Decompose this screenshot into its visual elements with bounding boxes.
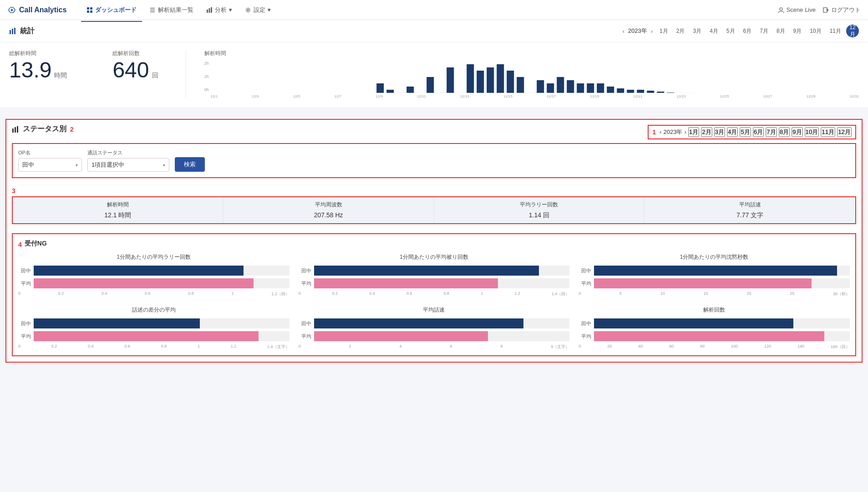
app-logo: Call Analytics: [7, 5, 66, 15]
svg-rect-3: [90, 10, 92, 13]
status-filter-select[interactable]: 1項目選択中 ▾: [87, 158, 169, 172]
status-month-5[interactable]: 5月: [740, 127, 751, 137]
month-btn-5[interactable]: 5月: [723, 26, 738, 36]
svg-rect-41: [657, 92, 664, 93]
top-month-nav: ‹ 2023年 › 1月 2月 3月 4月 5月 6月 7月 8月 9月 10月…: [620, 25, 859, 37]
h-bar-fill-tanaka-3: [594, 266, 837, 276]
chart-silence-rate-bars: 田中 平均: [579, 266, 850, 297]
h-bar-fill-tanaka-1: [34, 266, 244, 276]
status-month-3[interactable]: 3月: [714, 127, 725, 137]
status-month-11[interactable]: 11月: [821, 127, 835, 137]
chart-speech-diff-title: 話述の差分の平均: [18, 306, 289, 314]
month-btn-6[interactable]: 6月: [740, 26, 755, 36]
h-bar-fill-avg-5: [314, 331, 488, 341]
month-btn-11[interactable]: 11月: [827, 26, 844, 36]
total-analysis-count-label: 総解析回数: [112, 50, 158, 57]
user-info: Scene Live: [778, 6, 816, 13]
nav-analysis-label: 分析: [215, 6, 227, 14]
nav-dashboard[interactable]: ダッシュボード: [81, 3, 142, 17]
year-next-arrow[interactable]: ›: [649, 27, 655, 36]
h-bar-track-avg-4: [34, 331, 289, 341]
chart-speech-diff-bars: 田中 平均: [18, 318, 289, 350]
h-bar-track-avg-3: [594, 278, 850, 288]
chart-silence-rate-title: 1分間あたりの平均沈黙秒数: [579, 253, 850, 261]
ng-label: 受付NG: [25, 240, 47, 248]
month-btn-7[interactable]: 7月: [756, 26, 772, 36]
analysis-time-chart-section: 解析時間 2h1h0h: [186, 50, 859, 98]
svg-rect-29: [537, 80, 544, 93]
chart-grid: 1分間あたりの平均ラリー回数 田中 平均: [18, 253, 850, 350]
nav-settings-label: 設定: [254, 6, 265, 14]
svg-rect-0: [87, 7, 89, 10]
chart-x-axis: 12/112/312/512/712/9 12/1112/1312/1512/1…: [211, 94, 859, 98]
status-month-8[interactable]: 8月: [779, 127, 790, 137]
h-bar-label-tanaka-4: 田中: [18, 320, 31, 327]
status-year-prev[interactable]: ‹: [660, 128, 661, 135]
section-num-1: 1: [652, 128, 656, 136]
status-month-1[interactable]: 1月: [688, 127, 699, 137]
metrics-row: 解析時間 12.1 時間 平均周波数 207.58 Hz 平均ラリー回数 1.1…: [12, 196, 856, 224]
h-bar-label-tanaka-6: 田中: [579, 320, 591, 327]
status-month-9[interactable]: 9月: [792, 127, 802, 137]
svg-rect-27: [517, 77, 524, 93]
status-month-4[interactable]: 4月: [727, 127, 738, 137]
month-btn-10[interactable]: 10月: [807, 26, 824, 36]
nav-results[interactable]: 解析結果一覧: [144, 3, 199, 17]
h-bar-row-avg-3: 平均: [579, 278, 850, 288]
h-bar-track-tanaka-6: [594, 318, 850, 328]
status-month-10[interactable]: 10月: [805, 127, 819, 137]
h-bar-row-tanaka-6: 田中: [579, 318, 850, 328]
status-year-next[interactable]: ›: [684, 128, 686, 135]
h-axis-1: 00.20.40.60.811.2（回）: [18, 291, 289, 297]
month-btn-2[interactable]: 2月: [673, 26, 688, 36]
total-analysis-count-value: 640: [112, 59, 149, 81]
h-bar-fill-tanaka-2: [314, 266, 539, 276]
op-name-arrow: ▾: [76, 163, 78, 168]
chart-label: 解析時間: [204, 50, 859, 57]
month-btn-8[interactable]: 8月: [773, 26, 788, 36]
op-name-select[interactable]: 田中 ▾: [18, 158, 82, 172]
h-axis-3: 051015202530（秒）: [579, 291, 850, 297]
status-filter-group: 通話ステータス 1項目選択中 ▾: [87, 149, 169, 172]
search-button[interactable]: 検索: [175, 157, 205, 172]
status-month-12[interactable]: 12月: [837, 127, 852, 137]
status-month-6[interactable]: 6月: [753, 127, 764, 137]
month-btn-1[interactable]: 1月: [656, 26, 671, 36]
nav-settings[interactable]: 設定 ▾: [239, 3, 276, 17]
h-bar-track-avg-6: [594, 331, 850, 341]
bar-chart-wrapper: 12/112/312/512/712/9 12/1112/1312/1512/1…: [211, 61, 859, 98]
h-bar-row-avg-1: 平均: [18, 278, 289, 288]
svg-rect-5: [209, 8, 210, 13]
svg-rect-10: [10, 30, 11, 34]
h-bar-label-avg-3: 平均: [579, 280, 591, 287]
svg-rect-25: [497, 64, 504, 93]
h-axis-5: 024689（文字）: [299, 344, 570, 350]
month-btn-3[interactable]: 3月: [690, 26, 705, 36]
h-bar-track-tanaka-5: [314, 318, 570, 328]
logout-icon: [823, 7, 829, 13]
stats-title-text: 統計: [20, 26, 35, 36]
status-month-7[interactable]: 7月: [766, 127, 777, 137]
logout-label: ログアウト: [831, 6, 861, 14]
chart-overlap-rate-title: 1分間あたりの平均被り回数: [299, 253, 570, 261]
year-prev-arrow[interactable]: ‹: [620, 27, 626, 36]
svg-rect-20: [447, 67, 454, 93]
nav-analysis[interactable]: 分析 ▾: [201, 3, 238, 17]
chart-avg-speech-speed-title: 平均話速: [299, 306, 570, 314]
h-bar-track-avg-1: [34, 278, 289, 288]
content-pad: ステータス別 2 1 ‹ 2023年 › 1月 2月 3月 4月 5月 6月 7…: [0, 108, 868, 368]
user-label: Scene Live: [787, 6, 816, 13]
chart-y-axis: 2h1h0h: [204, 61, 209, 98]
svg-rect-37: [617, 88, 624, 93]
month-btn-9[interactable]: 9月: [790, 26, 805, 36]
status-month-2[interactable]: 2月: [701, 127, 712, 137]
bar-chart-svg: [211, 61, 859, 93]
h-bar-track-tanaka-1: [34, 266, 289, 276]
svg-rect-36: [607, 87, 614, 93]
svg-rect-16: [406, 87, 414, 93]
month-btn-4[interactable]: 4月: [706, 26, 721, 36]
logout-button[interactable]: ログアウト: [823, 6, 861, 14]
h-bar-row-tanaka-5: 田中: [299, 318, 570, 328]
metric-analysis-time-value: 12.1 時間: [20, 211, 216, 220]
month-btn-12[interactable]: 12月: [846, 25, 859, 37]
